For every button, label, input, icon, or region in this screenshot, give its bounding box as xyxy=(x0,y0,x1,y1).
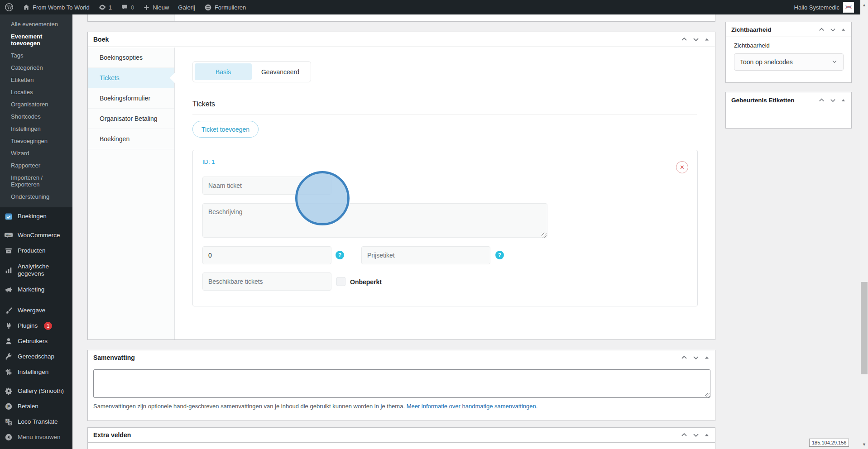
scroll-up-arrow[interactable]: ▲ xyxy=(860,1,868,9)
appearance-brush-icon xyxy=(4,306,13,315)
move-up-icon[interactable] xyxy=(818,26,825,33)
basis-advanced-toggle: Basis Geavanceerd xyxy=(192,61,311,82)
move-down-icon[interactable] xyxy=(830,26,836,33)
toggle-panel-icon[interactable] xyxy=(704,432,710,438)
excerpt-help-link[interactable]: Meer informatie over handmatige samenvat… xyxy=(407,403,538,410)
menu-instellingen[interactable]: Instellingen xyxy=(0,364,72,380)
menu-label: Producten xyxy=(18,247,46,254)
tab-geavanceerd[interactable]: Geavanceerd xyxy=(252,63,309,80)
menu-gallery-smooth[interactable]: Gallery (Smooth) xyxy=(0,383,72,399)
submenu-instellingen[interactable]: Instellingen xyxy=(0,123,72,135)
excerpt-textarea[interactable] xyxy=(93,369,710,398)
menu-boekingen[interactable]: Boekingen xyxy=(0,209,72,224)
tab-boekingsopties[interactable]: Boekingsopties xyxy=(88,48,174,68)
scrollbar-thumb[interactable] xyxy=(861,282,868,374)
submenu-importeren-exporteren[interactable]: Importeren / Exporteren xyxy=(0,172,57,191)
site-home-link[interactable]: From Womb To World xyxy=(18,0,94,14)
menu-producten[interactable]: Producten xyxy=(0,243,72,258)
menu-loco-translate[interactable]: A Loco Translate xyxy=(0,414,72,430)
tab-boekingsformulier[interactable]: Boekingsformulier xyxy=(88,88,174,109)
comments-link[interactable]: 0 xyxy=(116,0,139,14)
previous-metabox-tab-column xyxy=(88,14,175,21)
submenu-rapporteer[interactable]: Rapporteer xyxy=(0,159,72,172)
selected-option: Toon op snelcodes xyxy=(740,58,831,66)
ticket-card: ID: 1 ✕ ? ? Onbeperkt xyxy=(192,150,698,306)
ticket-description-textarea[interactable] xyxy=(202,203,547,238)
move-down-icon[interactable] xyxy=(692,36,700,43)
toggle-panel-icon[interactable] xyxy=(704,355,710,360)
zichtbaarheid-header[interactable]: Zichtbaarheid xyxy=(726,22,851,37)
new-content-menu[interactable]: Nieuw xyxy=(139,0,173,14)
move-up-icon[interactable] xyxy=(818,97,825,104)
forms-menu[interactable]: Formulieren xyxy=(200,0,250,14)
add-ticket-button[interactable]: Ticket toevoegen xyxy=(192,121,259,138)
samenvatting-header[interactable]: Samenvatting xyxy=(88,350,715,365)
menu-gebruikers[interactable]: Gebruikers xyxy=(0,334,72,349)
ticket-price-input[interactable] xyxy=(202,246,331,264)
submenu-alle-evenementen[interactable]: Alle evenementen xyxy=(0,18,72,30)
menu-woocommerce[interactable]: Woo WooCommerce xyxy=(0,228,72,243)
submenu-categorieen[interactable]: Categorieën xyxy=(0,62,72,74)
move-down-icon[interactable] xyxy=(692,354,700,361)
available-tickets-input[interactable] xyxy=(202,272,331,291)
tab-organisator-betaling[interactable]: Organisator Betaling xyxy=(88,109,174,129)
submenu-ondersteuning[interactable]: Ondersteuning xyxy=(0,191,72,203)
tab-basis[interactable]: Basis xyxy=(195,63,252,80)
submenu-tags[interactable]: Tags xyxy=(0,49,72,62)
metabox-title: Boek xyxy=(93,36,681,43)
main-menu: Boekingen Woo WooCommerce Producten Anal… xyxy=(0,209,72,430)
menu-gereedschap[interactable]: Gereedschap xyxy=(0,349,72,364)
toggle-panel-icon[interactable] xyxy=(704,37,710,42)
move-up-icon[interactable] xyxy=(681,36,688,43)
price-label-input[interactable] xyxy=(361,246,490,264)
tab-boekingen[interactable]: Boekingen xyxy=(88,129,174,149)
collapse-menu-button[interactable]: Menu invouwen xyxy=(0,430,72,445)
toggle-panel-icon[interactable] xyxy=(841,27,846,32)
menu-label: Betalen xyxy=(18,403,38,410)
updates-link[interactable]: 1 xyxy=(94,0,116,14)
menu-weergave[interactable]: Weergave xyxy=(0,303,72,318)
textarea-resize-handle[interactable] xyxy=(542,233,547,238)
wordpress-logo-menu[interactable] xyxy=(0,0,18,14)
translate-icon: A xyxy=(4,417,13,426)
gallery-menu[interactable]: Galerij xyxy=(173,0,200,14)
toggle-panel-icon[interactable] xyxy=(841,98,846,103)
submenu-evenement-toevoegen[interactable]: Evenement toevoegen xyxy=(0,30,72,49)
menu-label: Instellingen xyxy=(18,368,48,376)
unlimited-checkbox[interactable] xyxy=(336,277,345,286)
etiketten-header[interactable]: Gebeurtenis Etiketten xyxy=(726,92,851,108)
move-up-icon[interactable] xyxy=(681,354,688,361)
forms-label: Formulieren xyxy=(215,4,246,11)
boek-metabox-header[interactable]: Boek xyxy=(88,32,715,47)
delete-ticket-button[interactable]: ✕ xyxy=(676,161,688,173)
avatar[interactable] xyxy=(843,2,854,13)
textarea-resize-handle[interactable] xyxy=(705,393,710,398)
menu-marketing[interactable]: Marketing xyxy=(0,282,72,297)
vertical-scrollbar[interactable]: ▲ ▼ xyxy=(860,0,868,449)
submenu-organisatoren[interactable]: Organisatoren xyxy=(0,98,72,110)
move-down-icon[interactable] xyxy=(692,431,700,439)
submenu-shortcodes[interactable]: Shortcodes xyxy=(0,110,72,123)
account-greeting[interactable]: Hallo Systemedic xyxy=(794,4,839,11)
move-up-icon[interactable] xyxy=(681,431,688,439)
products-box-icon xyxy=(4,246,13,255)
scroll-down-arrow[interactable]: ▼ xyxy=(860,440,868,448)
submenu-etiketten[interactable]: Etiketten xyxy=(0,74,72,86)
menu-plugins[interactable]: Plugins 1 xyxy=(0,318,72,334)
unlimited-label: Onbeperkt xyxy=(350,278,382,286)
menu-analytics[interactable]: Analytische gegevens xyxy=(0,258,72,282)
price-help-icon[interactable]: ? xyxy=(336,251,344,259)
tab-tickets[interactable]: Tickets xyxy=(88,68,174,88)
price-label-help-icon[interactable]: ? xyxy=(495,251,504,259)
remote-ip-overlay: 185.104.29.156 xyxy=(809,439,849,447)
wordpress-logo-icon xyxy=(5,3,14,12)
submenu-locaties[interactable]: Locaties xyxy=(0,86,72,98)
move-down-icon[interactable] xyxy=(830,97,836,104)
extra-velden-header[interactable]: Extra velden xyxy=(88,428,715,443)
visibility-select[interactable]: Toon op snelcodes xyxy=(734,53,844,71)
submenu-wizard[interactable]: Wizard xyxy=(0,147,72,159)
menu-label: Loco Translate xyxy=(18,418,58,425)
submenu-toevoegingen[interactable]: Toevoegingen xyxy=(0,135,72,147)
zichtbaarheid-metabox: Zichtbaarheid Zichtbaarheid Toon op snel… xyxy=(725,22,852,83)
menu-betalen[interactable]: P Betalen xyxy=(0,399,72,414)
